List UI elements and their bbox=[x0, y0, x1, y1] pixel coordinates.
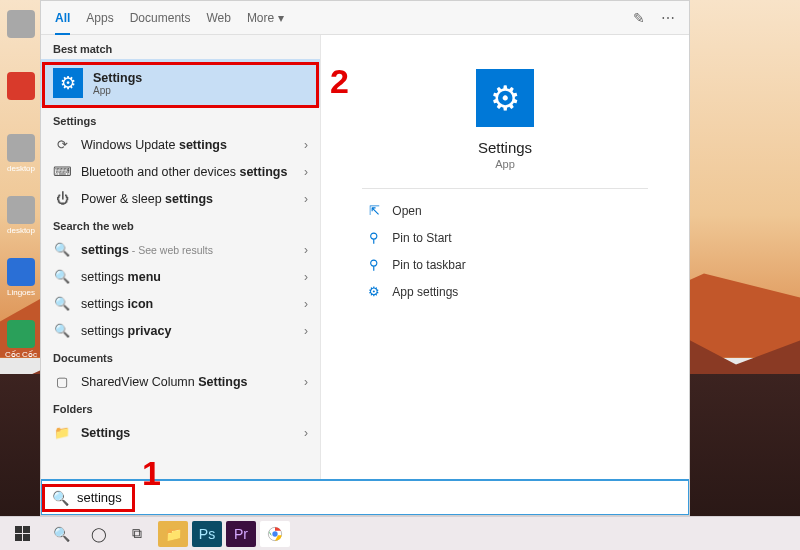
tab-web[interactable]: Web bbox=[206, 1, 230, 35]
chevron-right-icon: › bbox=[304, 297, 308, 311]
chevron-right-icon: › bbox=[304, 375, 308, 389]
bluetooth-icon: ⌨ bbox=[53, 164, 71, 179]
settings-result[interactable]: ⌨Bluetooth and other devices settings› bbox=[41, 158, 320, 185]
desktop-icon[interactable]: Lingoes bbox=[4, 258, 38, 306]
action-open[interactable]: ⇱Open bbox=[362, 197, 647, 224]
divider bbox=[362, 188, 647, 189]
more-options-icon[interactable]: ⋯ bbox=[661, 10, 675, 26]
preview-pane: ⚙ Settings App ⇱Open ⚲Pin to Start ⚲Pin … bbox=[321, 35, 689, 480]
desktop-icon[interactable]: desktop bbox=[4, 196, 38, 244]
cortana-button[interactable]: ◯ bbox=[82, 520, 116, 548]
action-app-settings[interactable]: ⚙App settings bbox=[362, 278, 647, 305]
preview-sub: App bbox=[495, 158, 515, 170]
web-result[interactable]: 🔍settings icon› bbox=[41, 290, 320, 317]
open-icon: ⇱ bbox=[366, 203, 382, 218]
taskbar-app-premiere[interactable]: Pr bbox=[226, 521, 256, 547]
preview-title: Settings bbox=[478, 139, 532, 156]
search-button[interactable]: 🔍 bbox=[44, 520, 78, 548]
power-icon: ⏻ bbox=[53, 191, 71, 206]
search-icon: 🔍 bbox=[53, 242, 71, 257]
document-result[interactable]: ▢SharedView Column Settings› bbox=[41, 368, 320, 395]
section-folders: Folders bbox=[41, 395, 320, 419]
best-match-result[interactable]: ⚙ Settings App bbox=[41, 59, 320, 107]
task-view-button[interactable]: ⧉ bbox=[120, 520, 154, 548]
search-icon: 🔍 bbox=[52, 490, 69, 506]
action-pin-start[interactable]: ⚲Pin to Start bbox=[362, 224, 647, 251]
tab-more[interactable]: More ▾ bbox=[247, 1, 284, 35]
search-tabs: All Apps Documents Web More ▾ ✎ ⋯ bbox=[41, 1, 689, 35]
folder-result[interactable]: 📁Settings› bbox=[41, 419, 320, 446]
best-match-title: Settings bbox=[93, 71, 142, 85]
svg-rect-2 bbox=[15, 534, 22, 541]
gear-icon: ⚙ bbox=[476, 69, 534, 127]
pin-icon: ⚲ bbox=[366, 257, 382, 272]
chevron-right-icon: › bbox=[304, 426, 308, 440]
svg-rect-0 bbox=[15, 526, 22, 533]
web-result[interactable]: 🔍settings privacy› bbox=[41, 317, 320, 344]
search-icon: 🔍 bbox=[53, 323, 71, 338]
svg-rect-1 bbox=[23, 526, 30, 533]
taskbar-app-explorer[interactable]: 📁 bbox=[158, 521, 188, 547]
search-icon: 🔍 bbox=[53, 269, 71, 284]
section-settings: Settings bbox=[41, 107, 320, 131]
tab-apps[interactable]: Apps bbox=[86, 1, 113, 35]
section-documents: Documents bbox=[41, 344, 320, 368]
windows-search-panel: All Apps Documents Web More ▾ ✎ ⋯ Best m… bbox=[40, 0, 690, 516]
section-web: Search the web bbox=[41, 212, 320, 236]
desktop-icon[interactable]: Cốc Cốc bbox=[4, 320, 38, 368]
tab-documents[interactable]: Documents bbox=[130, 1, 191, 35]
section-best-match: Best match bbox=[41, 35, 320, 59]
svg-point-5 bbox=[272, 531, 277, 536]
search-bar[interactable]: 🔍 bbox=[42, 480, 688, 514]
web-result[interactable]: 🔍settings menu› bbox=[41, 263, 320, 290]
desktop-icon[interactable] bbox=[4, 10, 38, 58]
web-result[interactable]: 🔍settings - See web results› bbox=[41, 236, 320, 263]
taskbar: 🔍 ◯ ⧉ 📁 Ps Pr bbox=[0, 516, 800, 550]
tab-all[interactable]: All bbox=[55, 1, 70, 35]
gear-icon: ⚙ bbox=[53, 68, 83, 98]
document-icon: ▢ bbox=[53, 374, 71, 389]
chevron-right-icon: › bbox=[304, 243, 308, 257]
feedback-icon[interactable]: ✎ bbox=[633, 10, 645, 26]
pin-icon: ⚲ bbox=[366, 230, 382, 245]
chevron-right-icon: › bbox=[304, 324, 308, 338]
chevron-right-icon: › bbox=[304, 192, 308, 206]
folder-icon: 📁 bbox=[53, 425, 71, 440]
desktop-icon[interactable] bbox=[4, 72, 38, 120]
gear-icon: ⚙ bbox=[366, 284, 382, 299]
chevron-right-icon: › bbox=[304, 138, 308, 152]
refresh-icon: ⟳ bbox=[53, 137, 71, 152]
chevron-right-icon: › bbox=[304, 270, 308, 284]
desktop-icons: desktop desktop Lingoes Cốc Cốc bbox=[4, 10, 38, 382]
start-button[interactable] bbox=[6, 520, 40, 548]
results-list: Best match ⚙ Settings App Settings ⟳Wind… bbox=[41, 35, 321, 480]
chevron-right-icon: › bbox=[304, 165, 308, 179]
search-icon: 🔍 bbox=[53, 296, 71, 311]
svg-rect-3 bbox=[23, 534, 30, 541]
settings-result[interactable]: ⏻Power & sleep settings› bbox=[41, 185, 320, 212]
settings-result[interactable]: ⟳Windows Update settings› bbox=[41, 131, 320, 158]
taskbar-app-photoshop[interactable]: Ps bbox=[192, 521, 222, 547]
best-match-sub: App bbox=[93, 85, 142, 96]
action-pin-taskbar[interactable]: ⚲Pin to taskbar bbox=[362, 251, 647, 278]
search-input[interactable] bbox=[77, 490, 678, 505]
desktop-icon[interactable]: desktop bbox=[4, 134, 38, 182]
taskbar-app-chrome[interactable] bbox=[260, 521, 290, 547]
